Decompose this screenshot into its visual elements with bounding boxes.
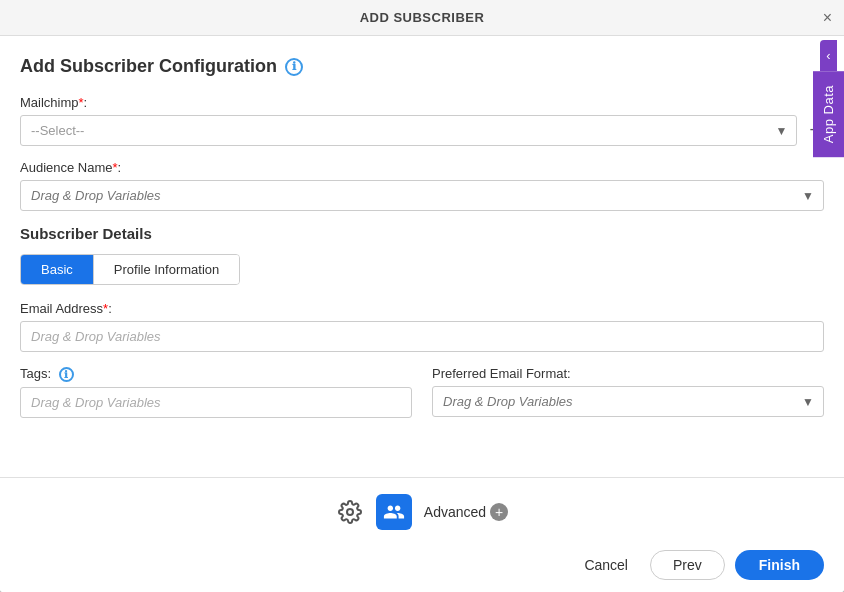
footer-actions: Cancel Prev Finish	[20, 544, 824, 582]
app-data-tab[interactable]: ‹ App Data	[813, 40, 844, 157]
subscriber-tabs: Basic Profile Information	[20, 254, 240, 285]
close-button[interactable]: ×	[823, 10, 832, 26]
tags-info-icon[interactable]: ℹ	[59, 367, 74, 382]
audience-name-select-wrapper: ▼	[20, 180, 824, 211]
user-add-icon	[376, 494, 412, 530]
gear-button[interactable]	[336, 498, 364, 526]
tags-label: Tags: ℹ	[20, 366, 412, 382]
preferred-email-format-group: Preferred Email Format: ▼	[432, 366, 824, 418]
preferred-email-format-label: Preferred Email Format:	[432, 366, 824, 381]
mailchimp-group: Mailchimp*: --Select-- ▼ +	[20, 95, 824, 146]
modal-header: ADD SUBSCRIBER ×	[0, 0, 844, 36]
mailchimp-label: Mailchimp*:	[20, 95, 824, 110]
preferred-email-format-input[interactable]	[432, 386, 824, 417]
modal-body: Add Subscriber Configuration ℹ Mailchimp…	[0, 36, 844, 477]
add-subscriber-modal: ‹ App Data ADD SUBSCRIBER × Add Subscrib…	[0, 0, 844, 592]
audience-name-label: Audience Name*:	[20, 160, 824, 175]
finish-button[interactable]: Finish	[735, 550, 824, 580]
mailchimp-select[interactable]: --Select--	[20, 115, 797, 146]
audience-name-input[interactable]	[20, 180, 824, 211]
email-address-label: Email Address*:	[20, 301, 824, 316]
advanced-plus-icon[interactable]: +	[490, 503, 508, 521]
tab-profile-information[interactable]: Profile Information	[94, 255, 240, 284]
preferred-email-format-select-wrapper: ▼	[432, 386, 824, 417]
mailchimp-select-wrapper: --Select-- ▼	[20, 115, 797, 146]
audience-name-group: Audience Name*: ▼	[20, 160, 824, 211]
email-address-group: Email Address*:	[20, 301, 824, 352]
gear-icon	[338, 500, 362, 524]
section-title: Add Subscriber Configuration ℹ	[20, 56, 824, 77]
advanced-label: Advanced +	[424, 503, 508, 521]
modal-title: ADD SUBSCRIBER	[360, 10, 485, 25]
advanced-row: Advanced +	[20, 488, 824, 536]
subscriber-details-title: Subscriber Details	[20, 225, 824, 242]
mailchimp-row: --Select-- ▼ +	[20, 115, 824, 146]
svg-point-0	[347, 509, 353, 515]
tags-input[interactable]	[20, 387, 412, 418]
tab-basic[interactable]: Basic	[21, 255, 94, 284]
prev-button[interactable]: Prev	[650, 550, 725, 580]
header-info-icon[interactable]: ℹ	[285, 58, 303, 76]
user-add-button[interactable]	[374, 492, 414, 532]
modal-footer: Advanced + Cancel Prev Finish	[0, 477, 844, 592]
tags-group: Tags: ℹ	[20, 366, 412, 418]
app-data-chevron[interactable]: ‹	[820, 40, 836, 71]
cancel-button[interactable]: Cancel	[572, 551, 640, 579]
tags-email-format-row: Tags: ℹ Preferred Email Format: ▼	[20, 366, 824, 432]
email-address-input[interactable]	[20, 321, 824, 352]
user-add-svg	[383, 501, 405, 523]
app-data-label[interactable]: App Data	[813, 71, 844, 157]
